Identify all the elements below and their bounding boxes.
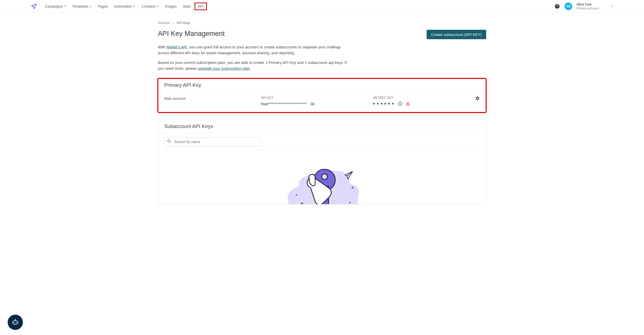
nav-images[interactable]: Images [162, 3, 179, 10]
nav-label: Pages [98, 4, 108, 8]
upgrade-plan-link[interactable]: upgrade your subscription plan [198, 66, 250, 71]
info-icon[interactable] [398, 102, 402, 106]
nav-campaigns[interactable]: Campaigns▼ [42, 3, 69, 10]
intro-paragraph-2: Based on your current subscription plan,… [158, 60, 351, 71]
page-title: API Key Management [158, 30, 225, 38]
nav-label: Contacts [142, 4, 156, 8]
api-key-label: API KEY [261, 96, 363, 100]
mailjet-api-link[interactable]: Mailjet's API [166, 45, 187, 49]
create-subaccount-button[interactable]: Create subaccount (API KEY) [427, 30, 486, 39]
svg-point-6 [168, 140, 170, 142]
svg-rect-4 [408, 103, 408, 104]
help-icon[interactable]: ? [555, 4, 559, 9]
chevron-down-icon: ▼ [133, 5, 135, 8]
card-title: Primary API Key [164, 82, 480, 88]
search-box[interactable] [164, 137, 261, 146]
svg-point-9 [322, 174, 327, 179]
primary-api-key-card: Primary API Key Main account API KEY fea… [158, 78, 486, 113]
svg-line-7 [170, 142, 171, 143]
gear-icon[interactable] [475, 96, 480, 101]
secret-key-label: SECRET KEY [373, 96, 459, 100]
nav-label: Images [165, 4, 177, 8]
nav-label: Stats [183, 4, 191, 8]
main-nav: Campaigns▼ Templates▼ Pages Automation▼ … [42, 3, 207, 10]
account-name: Main account [164, 96, 251, 101]
nav-contacts[interactable]: Contacts▼ [139, 3, 161, 10]
search-icon [167, 139, 172, 145]
logo[interactable] [31, 3, 37, 10]
empty-state-illustration [158, 151, 486, 204]
svg-rect-3 [400, 103, 400, 103]
nav-stats[interactable]: Stats [180, 3, 193, 10]
nav-label: API [198, 4, 204, 8]
warning-icon[interactable] [406, 102, 410, 106]
breadcrumb-root[interactable]: Account [158, 21, 170, 25]
nav-label: Campaigns [45, 4, 63, 8]
chevron-down-icon: ▼ [157, 5, 159, 8]
nav-automation[interactable]: Automation▼ [111, 3, 138, 10]
api-key-value: feaa**************************** [261, 102, 307, 106]
chevron-down-icon: ▼ [611, 5, 613, 8]
intro-paragraph-1: With Mailjet's API, you can grant full a… [158, 44, 351, 56]
card-title: Subaccount API Keys [164, 123, 480, 129]
user-menu[interactable]: AD Alice Doe Primary account ▼ [565, 2, 613, 10]
svg-rect-5 [408, 104, 408, 105]
nav-label: Templates [72, 4, 89, 8]
nav-api[interactable]: API [194, 3, 207, 10]
chevron-down-icon: ▼ [90, 5, 92, 8]
search-input[interactable] [174, 140, 258, 144]
nav-templates[interactable]: Templates▼ [70, 3, 94, 10]
user-name: Alice Doe [576, 2, 598, 7]
user-subtitle: Primary account [576, 7, 598, 10]
nav-pages[interactable]: Pages [95, 3, 110, 10]
svg-point-0 [312, 103, 313, 105]
eye-icon[interactable] [310, 102, 315, 106]
svg-rect-2 [400, 103, 400, 105]
chevron-right-icon: › [173, 21, 174, 25]
chevron-down-icon: ▼ [64, 5, 66, 8]
breadcrumb-current: API Keys [177, 21, 190, 25]
avatar: AD [565, 3, 572, 10]
subaccount-api-keys-card: Subaccount API Keys [158, 120, 486, 204]
breadcrumb: Account › API Keys [158, 21, 486, 25]
nav-label: Automation [114, 4, 132, 8]
secret-key-value: ✱ ✱ ✱ ✱ ✱ ✱ [373, 102, 394, 105]
